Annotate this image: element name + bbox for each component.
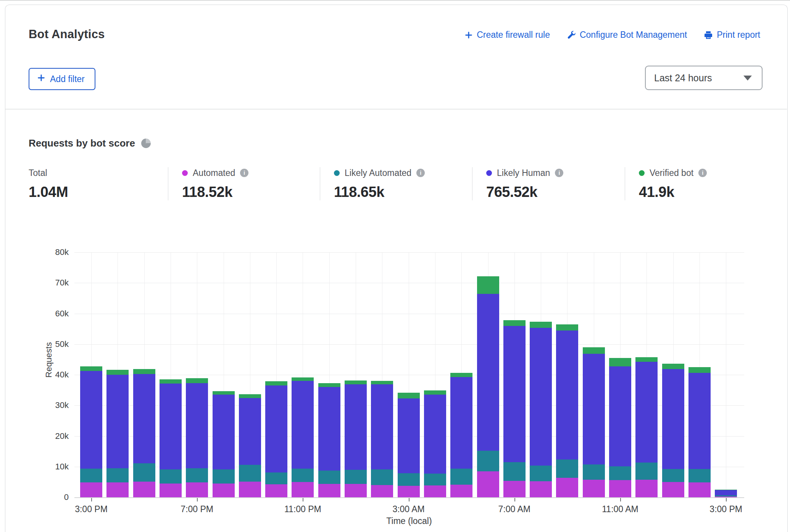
bar-900am[interactable] <box>556 252 578 497</box>
bar-1000pm[interactable] <box>265 252 287 497</box>
info-icon[interactable]: i <box>240 169 248 177</box>
bar-100pm[interactable] <box>662 252 684 497</box>
segment-likely-automated <box>477 451 499 471</box>
segment-likely-automated <box>106 468 129 483</box>
segment-verified-bot <box>371 381 393 384</box>
bar-500pm[interactable] <box>133 252 155 497</box>
stat-total-label: Total <box>29 168 47 178</box>
segment-automated <box>583 480 605 497</box>
segment-verified-bot <box>477 276 499 294</box>
segment-automated <box>345 484 367 497</box>
bar-800pm[interactable] <box>213 252 235 497</box>
bar-200am[interactable] <box>371 252 393 497</box>
segment-automated <box>265 484 287 497</box>
pie-chart-icon <box>141 139 151 148</box>
segment-verified-bot <box>556 324 578 331</box>
segment-automated <box>371 485 393 497</box>
segment-likely-human <box>265 385 287 472</box>
segment-verified-bot <box>635 357 658 362</box>
bar-1100am[interactable] <box>609 252 631 497</box>
segment-likely-automated <box>715 495 737 496</box>
segment-verified-bot <box>186 378 208 383</box>
bar-1200pm[interactable] <box>635 252 658 497</box>
segment-automated <box>688 482 711 497</box>
print-report-link[interactable]: Print report <box>704 30 760 40</box>
segment-likely-human <box>503 326 526 462</box>
segment-automated <box>318 484 340 497</box>
segment-likely-automated <box>688 469 711 482</box>
info-icon[interactable]: i <box>416 169 425 177</box>
segment-automated <box>424 485 446 497</box>
bar-600pm[interactable] <box>160 252 182 497</box>
bar-700am[interactable] <box>503 252 526 497</box>
wrench-icon <box>567 31 576 40</box>
segment-likely-human <box>292 381 314 469</box>
segment-automated <box>609 480 631 497</box>
segment-verified-bot <box>583 347 605 354</box>
segment-likely-human <box>583 354 605 464</box>
create-firewall-rule-link[interactable]: Create firewall rule <box>464 30 550 40</box>
segment-likely-human <box>80 371 102 469</box>
configure-bot-management-link[interactable]: Configure Bot Management <box>567 30 687 40</box>
segment-verified-bot <box>80 366 102 371</box>
segment-verified-bot <box>160 379 182 384</box>
segment-likely-automated <box>80 469 102 483</box>
segment-likely-human <box>477 294 499 451</box>
bar-800am[interactable] <box>530 252 552 497</box>
plus-icon <box>37 74 45 84</box>
stat-automated-value: 118.52k <box>182 184 320 200</box>
stat-automated-label: Automated <box>193 168 235 178</box>
info-icon[interactable]: i <box>698 169 707 177</box>
segment-verified-bot <box>318 383 340 387</box>
bar-500am[interactable] <box>450 252 472 497</box>
segment-verified-bot <box>450 373 472 377</box>
segment-automated <box>635 480 658 497</box>
segment-likely-automated <box>186 468 208 483</box>
segment-verified-bot <box>662 364 684 369</box>
bar-300pm[interactable] <box>80 252 102 497</box>
bar-1200am[interactable] <box>318 252 340 497</box>
segment-automated <box>239 482 261 497</box>
printer-icon <box>704 31 713 40</box>
bar-1000am[interactable] <box>583 252 605 497</box>
segment-likely-human <box>318 387 340 471</box>
segment-verified-bot <box>503 320 526 326</box>
bar-600am[interactable] <box>477 252 499 497</box>
time-range-value: Last 24 hours <box>654 73 712 84</box>
bot-analytics-page: Bot Analytics Create firewall rule Confi… <box>0 0 790 532</box>
info-icon[interactable]: i <box>555 169 563 177</box>
time-range-select[interactable]: Last 24 hours <box>645 66 763 90</box>
bar-400am[interactable] <box>424 252 446 497</box>
segment-automated <box>292 482 314 497</box>
stat-likely-human-value: 765.52k <box>486 184 625 200</box>
plus-icon <box>464 31 473 39</box>
segment-likely-human <box>688 373 711 469</box>
segment-automated <box>133 482 155 497</box>
segment-automated <box>398 486 420 497</box>
segment-automated <box>160 484 182 497</box>
segment-likely-automated <box>635 463 658 480</box>
segment-likely-automated <box>503 462 526 481</box>
likely-automated-dot <box>334 170 340 176</box>
bar-400pm[interactable] <box>106 252 129 497</box>
bar-900pm[interactable] <box>239 252 261 497</box>
stat-total: Total 1.04M <box>29 167 168 200</box>
bar-300am[interactable] <box>398 252 420 497</box>
segment-likely-automated <box>133 463 155 482</box>
bar-700pm[interactable] <box>186 252 208 497</box>
section-title: Requests by bot score <box>29 137 135 149</box>
stat-automated: Automated i 118.52k <box>168 167 320 200</box>
bar-100am[interactable] <box>345 252 367 497</box>
bar-200pm[interactable] <box>688 252 711 497</box>
top-edge-divider <box>0 0 790 1</box>
bar-300pm[interactable] <box>715 252 737 497</box>
add-filter-button[interactable]: Add filter <box>29 68 95 90</box>
segment-automated <box>503 481 526 497</box>
segment-likely-human <box>424 395 446 474</box>
segment-likely-automated <box>583 464 605 480</box>
segment-likely-human <box>398 398 420 474</box>
segment-likely-human <box>106 375 129 468</box>
segment-verified-bot <box>715 490 737 490</box>
segment-likely-human <box>450 377 472 469</box>
bar-1100pm[interactable] <box>292 252 314 497</box>
